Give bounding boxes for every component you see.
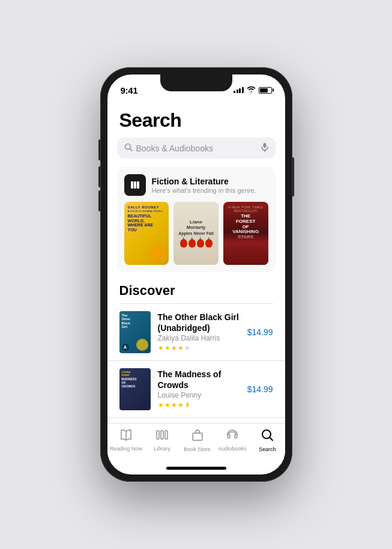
list-item[interactable]: LOUISEPENNY MADNESSOFCROWDS The Madness … — [107, 361, 285, 418]
svg-rect-12 — [193, 433, 202, 440]
star-1-1: ★ — [158, 344, 164, 352]
book-author-1: Zakiya Dalila Harris — [158, 334, 240, 342]
star-2-3: ★ — [171, 401, 177, 409]
tab-library-label: Library — [154, 446, 170, 452]
signal-bar-2 — [237, 89, 238, 93]
status-time: 9:41 — [121, 85, 138, 96]
book-author-2: Louise Penny — [158, 391, 240, 399]
tab-search-label: Search — [259, 446, 276, 452]
tab-library-icon — [155, 429, 169, 444]
svg-line-1 — [130, 149, 132, 151]
thumb-1-title: TheOtherBlackGirl — [122, 314, 148, 329]
mic-icon[interactable] — [261, 142, 268, 154]
tab-audiobooks-label: Audiobooks — [218, 446, 246, 452]
book-cover-2[interactable]: LianeMoriarty Apples Never Fall — [173, 202, 219, 265]
cover-2-title: Apples Never Fall — [178, 231, 214, 236]
genre-books: SALLY ROONEY AUTHOR OF NORMAL PEOPLE BEA… — [124, 202, 268, 272]
cover-3-top: A NEW YORK TIMES BESTSELLER — [227, 205, 265, 213]
genre-subtitle: Here's what's trending in this genre. — [152, 187, 256, 194]
svg-rect-2 — [263, 143, 266, 148]
svg-rect-11 — [165, 431, 167, 439]
book-price-2[interactable]: $14.99 — [247, 384, 273, 394]
book-info-1: The Other Black Girl (Unabridged) Zakiya… — [158, 312, 240, 352]
thumb-2-author: LOUISEPENNY — [122, 371, 148, 377]
list-item[interactable]: Falling Falling T. J. Newman ★ ★ ★ ★ ★ — [107, 418, 285, 423]
svg-rect-9 — [157, 431, 159, 439]
tab-library[interactable]: Library — [147, 429, 177, 452]
genre-text-wrap: Fiction & Literature Here's what's trend… — [152, 177, 256, 194]
page-title: Search — [107, 101, 285, 138]
tab-search-icon — [261, 428, 274, 445]
thumb-1-decoration — [136, 339, 148, 351]
thumb-2-title: MADNESSOFCROWDS — [122, 377, 148, 388]
apple-3 — [197, 239, 204, 247]
genre-title: Fiction & Literature — [152, 177, 256, 186]
cover-1-author: SALLY ROONEY — [128, 205, 166, 209]
book-cover-1[interactable]: SALLY ROONEY AUTHOR OF NORMAL PEOPLE BEA… — [124, 202, 169, 265]
svg-rect-4 — [131, 181, 133, 189]
star-2-4: ★ — [178, 401, 184, 409]
tab-reading-now[interactable]: Reading Now — [110, 429, 142, 452]
battery-fill — [260, 88, 268, 93]
search-placeholder: Books & Audiobooks — [136, 144, 258, 153]
book-price-1[interactable]: $14.99 — [247, 327, 273, 337]
phone-screen: 9:41 — [107, 74, 285, 475]
book-cover-3[interactable]: A NEW YORK TIMES BESTSELLER THEFORESTOFV… — [223, 202, 268, 265]
star-1-5: ★ — [184, 344, 190, 352]
genre-header: Fiction & Literature Here's what's trend… — [124, 174, 268, 196]
book-info-2: The Madness of Crowds Louise Penny ★ ★ ★… — [158, 369, 240, 409]
tab-reading-now-icon — [119, 429, 133, 444]
book-name-1: The Other Black Girl (Unabridged) — [158, 312, 240, 333]
tab-reading-now-label: Reading Now — [110, 446, 142, 452]
signal-bars — [234, 87, 244, 93]
book-thumb-1: TheOtherBlackGirl — [119, 311, 151, 353]
tab-book-store-label: Book Store — [184, 446, 211, 452]
tab-book-store-icon — [191, 428, 204, 445]
star-2-2: ★ — [164, 401, 170, 409]
tab-audiobooks-icon — [225, 429, 240, 444]
signal-bar-4 — [242, 87, 244, 93]
book-stars-1: ★ ★ ★ ★ ★ — [158, 344, 240, 352]
star-2-5: ⯨ — [184, 401, 191, 409]
genre-card[interactable]: Fiction & Literature Here's what's trend… — [117, 167, 276, 272]
star-1-4: ★ — [178, 344, 184, 352]
notch — [160, 74, 232, 91]
signal-bar-1 — [234, 91, 235, 93]
signal-bar-3 — [239, 88, 241, 93]
tab-bar: Reading Now Library — [107, 423, 285, 464]
cover-1-title: BEAUTIFULWORLD,WHERE AREYOU — [128, 214, 166, 232]
book-stars-2: ★ ★ ★ ★ ⯨ — [158, 401, 240, 409]
genre-icon — [124, 174, 146, 196]
book-thumb-2: LOUISEPENNY MADNESSOFCROWDS — [119, 368, 151, 410]
star-2-1: ★ — [158, 401, 164, 409]
apple-1 — [180, 239, 187, 247]
apple-2 — [188, 239, 196, 247]
svg-rect-10 — [161, 431, 163, 439]
cover-2-apples — [180, 239, 213, 247]
search-bar[interactable]: Books & Audiobooks — [117, 138, 276, 159]
battery-icon — [259, 87, 272, 94]
cover-3-figure — [223, 232, 268, 265]
phone-frame: 9:41 — [100, 67, 292, 482]
svg-rect-5 — [134, 181, 136, 189]
cover-2-author: LianeMoriarty — [187, 219, 206, 230]
tab-audiobooks[interactable]: Audiobooks — [217, 429, 247, 452]
home-indicator — [166, 467, 226, 470]
list-item[interactable]: TheOtherBlackGirl The Other Black Girl (… — [107, 304, 285, 361]
svg-rect-6 — [137, 181, 139, 189]
cover-1-subtitle: AUTHOR OF NORMAL PEOPLE — [128, 210, 166, 213]
tab-search[interactable]: Search — [252, 428, 282, 452]
book-list: TheOtherBlackGirl The Other Black Girl (… — [107, 304, 285, 423]
svg-marker-7 — [124, 345, 127, 349]
thumb-1-badge — [122, 344, 129, 351]
star-1-3: ★ — [171, 344, 177, 352]
apple-4 — [205, 239, 213, 247]
content-area: Search Books & Audiobooks — [107, 101, 285, 423]
tab-book-store[interactable]: Book Store — [182, 428, 213, 452]
wifi-icon — [247, 86, 256, 94]
search-icon — [124, 143, 133, 153]
svg-line-14 — [270, 438, 273, 441]
status-bar: 9:41 — [107, 74, 285, 101]
cover-1-decoration — [145, 241, 169, 265]
discover-section-title: Discover — [107, 283, 285, 303]
